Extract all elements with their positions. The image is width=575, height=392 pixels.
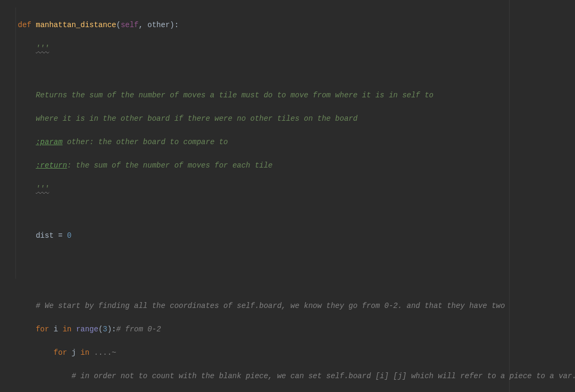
- comment: # in order not to count with the blank p…: [71, 372, 575, 380]
- param-other: other: [147, 21, 170, 29]
- docstring-close: ''': [36, 185, 49, 193]
- comment: # from 0-2: [116, 325, 161, 333]
- code-line[interactable]: dist = 0: [0, 230, 575, 241]
- code-line[interactable]: ''': [0, 183, 575, 195]
- keyword-in: in: [80, 348, 89, 357]
- code-line[interactable]: [0, 253, 575, 265]
- code-line[interactable]: :return: the sum of the number of moves …: [0, 160, 575, 171]
- code-line[interactable]: [0, 66, 575, 78]
- code-line[interactable]: Returns the sum of the number of moves a…: [0, 89, 575, 101]
- number: 3: [103, 325, 107, 333]
- code-line[interactable]: def manhattan_distance(self, other):: [0, 19, 575, 31]
- code-line[interactable]: # in order not to count with the blank p…: [0, 370, 575, 382]
- squiggle: [0, 68, 36, 76]
- function-name: manhattan_distance: [36, 21, 116, 29]
- code-line[interactable]: for j in ....~: [0, 347, 575, 358]
- docstring-text: where it is in the other board if there …: [36, 114, 357, 123]
- docstring-text: other: the other board to compare to: [63, 138, 228, 146]
- code-line[interactable]: :param other: the other board to compare…: [0, 136, 575, 148]
- comment: # We start by finding all the coordinate…: [36, 302, 505, 310]
- docstring-open: ''': [36, 44, 49, 53]
- doc-tag-return: :return: [36, 161, 67, 170]
- keyword-for: for: [36, 325, 49, 333]
- var-i: i: [54, 325, 58, 333]
- keyword-in: in: [63, 325, 72, 333]
- variable: dist =: [36, 231, 67, 240]
- doc-tag-param: :param: [36, 138, 62, 146]
- code-line[interactable]: for i in range(3):# from 0-2: [0, 323, 575, 335]
- squiggle: ~: [112, 348, 116, 357]
- keyword-for: for: [54, 348, 67, 357]
- squiggle: [0, 208, 36, 216]
- code-editor[interactable]: def manhattan_distance(self, other): '''…: [0, 0, 575, 392]
- param-self: self: [121, 21, 139, 29]
- code-line[interactable]: ''': [0, 43, 575, 54]
- code-line[interactable]: [0, 206, 575, 218]
- keyword-def: def: [18, 21, 31, 29]
- var-j: j: [71, 348, 76, 357]
- docstring-text: Returns the sum of the number of moves a…: [36, 91, 434, 99]
- folded-dots: ....: [94, 348, 112, 357]
- code-line[interactable]: where it is in the other board if there …: [0, 113, 575, 124]
- comma: ,: [138, 21, 143, 29]
- docstring-text: : the sum of the number of moves for eac…: [67, 161, 272, 170]
- builtin-range: range: [76, 325, 98, 333]
- number: 0: [67, 231, 71, 240]
- code-line[interactable]: [0, 277, 575, 288]
- code-line[interactable]: # We start by finding all the coordinate…: [0, 300, 575, 312]
